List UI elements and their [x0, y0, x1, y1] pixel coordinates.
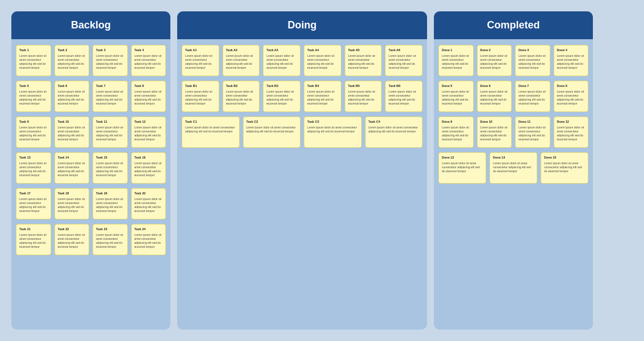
- card-row: Done 5Lorem ipsum dolor sit amet consect…: [438, 81, 588, 112]
- sticky-card[interactable]: Done 10Lorem ipsum dolor sit amet consec…: [477, 117, 512, 148]
- sticky-card[interactable]: Task 22Lorem ipsum dolor sit amet consec…: [55, 224, 90, 255]
- card-text: Lorem ipsum dolor sit amet consectetur a…: [307, 90, 338, 106]
- sticky-card[interactable]: Task C4Lorem ipsum dolor sit amet consec…: [365, 117, 423, 148]
- card-text: Lorem ipsum dolor sit amet consectetur a…: [544, 161, 585, 173]
- card-row: Task 5Lorem ipsum dolor sit amet consect…: [16, 81, 166, 112]
- sticky-card[interactable]: Task 15Lorem ipsum dolor sit amet consec…: [93, 152, 128, 184]
- sticky-card[interactable]: Task A2Lorem ipsum dolor sit amet consec…: [223, 45, 260, 76]
- sticky-card[interactable]: Task B2Lorem ipsum dolor sit amet consec…: [223, 81, 260, 112]
- sticky-card[interactable]: Task 5Lorem ipsum dolor sit amet consect…: [16, 81, 51, 112]
- card-text: Lorem ipsum dolor sit amet consectetur a…: [518, 126, 547, 142]
- sticky-card[interactable]: Done 1Lorem ipsum dolor sit amet consect…: [438, 45, 474, 76]
- card-title: Done 13: [442, 156, 483, 160]
- card-text: Lorem ipsum dolor sit amet consectetur a…: [185, 90, 216, 106]
- card-text: Lorem ipsum dolor sit amet consectetur a…: [58, 161, 86, 177]
- sticky-card[interactable]: Done 3Lorem ipsum dolor sit amet consect…: [515, 45, 550, 76]
- card-text: Lorem ipsum dolor sit amet consectetur a…: [58, 197, 86, 213]
- card-text: Lorem ipsum dolor sit amet consectetur a…: [135, 90, 163, 106]
- card-title: Task 14: [58, 156, 86, 160]
- card-title: Task B2: [226, 84, 257, 89]
- card-text: Lorem ipsum dolor sit amet consectetur a…: [518, 54, 547, 70]
- card-row: Task 21Lorem ipsum dolor sit amet consec…: [16, 224, 166, 255]
- sticky-card[interactable]: Task A4Lorem ipsum dolor sit amet consec…: [304, 45, 341, 76]
- sticky-card[interactable]: Task 3Lorem ipsum dolor sit amet consect…: [93, 45, 128, 76]
- card-title: Task 8: [135, 84, 163, 89]
- sticky-card[interactable]: Task 4Lorem ipsum dolor sit amet consect…: [131, 45, 166, 76]
- card-text: Lorem ipsum dolor sit amet consectetur a…: [480, 54, 509, 70]
- sticky-card[interactable]: Task 13Lorem ipsum dolor sit amet consec…: [16, 152, 51, 184]
- sticky-card[interactable]: Task 21Lorem ipsum dolor sit amet consec…: [16, 224, 51, 255]
- card-text: Lorem ipsum dolor sit amet consectetur a…: [19, 197, 48, 213]
- sticky-card[interactable]: Task B1Lorem ipsum dolor sit amet consec…: [182, 81, 219, 112]
- sticky-card[interactable]: Task 12Lorem ipsum dolor sit amet consec…: [131, 117, 166, 148]
- card-text: Lorem ipsum dolor sit amet consectetur a…: [19, 54, 48, 70]
- sticky-card[interactable]: Done 4Lorem ipsum dolor sit amet consect…: [554, 45, 589, 76]
- card-title: Task B6: [388, 84, 419, 89]
- card-text: Lorem ipsum dolor sit amet consectetur a…: [518, 90, 547, 106]
- sticky-card[interactable]: Task C2Lorem ipsum dolor sit amet consec…: [243, 117, 301, 148]
- sticky-card[interactable]: Done 11Lorem ipsum dolor sit amet consec…: [515, 117, 550, 148]
- card-text: Lorem ipsum dolor sit amet consectetur a…: [19, 90, 48, 106]
- sticky-card[interactable]: Task A1Lorem ipsum dolor sit amet consec…: [182, 45, 219, 76]
- card-text: Lorem ipsum dolor sit amet consectetur a…: [307, 126, 358, 134]
- sticky-card[interactable]: Done 6Lorem ipsum dolor sit amet consect…: [477, 81, 512, 112]
- card-title: Done 3: [518, 48, 547, 53]
- sticky-card[interactable]: Task A3Lorem ipsum dolor sit amet consec…: [263, 45, 300, 76]
- sticky-card[interactable]: Task 16Lorem ipsum dolor sit amet consec…: [131, 152, 166, 184]
- sticky-card[interactable]: Task 20Lorem ipsum dolor sit amet consec…: [131, 188, 166, 219]
- card-row: Done 1Lorem ipsum dolor sit amet consect…: [438, 45, 588, 76]
- sticky-card[interactable]: Done 5Lorem ipsum dolor sit amet consect…: [438, 81, 474, 112]
- card-title: Task 23: [96, 227, 124, 232]
- sticky-card[interactable]: Task 6Lorem ipsum dolor sit amet consect…: [55, 81, 90, 112]
- sticky-card[interactable]: Done 8Lorem ipsum dolor sit amet consect…: [554, 81, 589, 112]
- card-title: Task B1: [185, 84, 216, 89]
- sticky-card[interactable]: Task 11Lorem ipsum dolor sit amet consec…: [93, 117, 128, 148]
- card-title: Done 12: [557, 120, 586, 124]
- sticky-card[interactable]: Task B3Lorem ipsum dolor sit amet consec…: [263, 81, 300, 112]
- card-title: Task 2: [58, 48, 86, 53]
- sticky-card[interactable]: Task A6Lorem ipsum dolor sit amet consec…: [385, 45, 423, 76]
- sticky-card[interactable]: Task 1Lorem ipsum dolor sit amet consect…: [16, 45, 51, 76]
- sticky-card[interactable]: Done 13Lorem ipsum dolor sit amet consec…: [438, 152, 486, 184]
- sticky-card[interactable]: Task 2Lorem ipsum dolor sit amet consect…: [55, 45, 90, 76]
- card-text: Lorem ipsum dolor sit amet consectetur a…: [58, 126, 86, 142]
- column-body-doing: Task A1Lorem ipsum dolor sit amet consec…: [177, 39, 427, 330]
- sticky-card[interactable]: Task 7Lorem ipsum dolor sit amet consect…: [93, 81, 128, 112]
- card-title: Task B5: [348, 84, 379, 89]
- card-text: Lorem ipsum dolor sit amet consectetur a…: [226, 54, 257, 70]
- kanban-board: BacklogTask 1Lorem ipsum dolor sit amet …: [0, 0, 644, 341]
- card-title: Task A2: [226, 48, 257, 53]
- card-text: Lorem ipsum dolor sit amet consectetur a…: [58, 233, 86, 249]
- sticky-card[interactable]: Task 19Lorem ipsum dolor sit amet consec…: [93, 188, 128, 219]
- sticky-card[interactable]: Task C1Lorem ipsum dolor sit amet consec…: [182, 117, 240, 148]
- column-body-backlog: Task 1Lorem ipsum dolor sit amet consect…: [11, 39, 170, 330]
- sticky-card[interactable]: Task 23Lorem ipsum dolor sit amet consec…: [93, 224, 128, 255]
- sticky-card[interactable]: Done 14Lorem ipsum dolor sit amet consec…: [490, 152, 537, 184]
- sticky-card[interactable]: Task 24Lorem ipsum dolor sit amet consec…: [131, 224, 166, 255]
- sticky-card[interactable]: Done 12Lorem ipsum dolor sit amet consec…: [554, 117, 589, 148]
- sticky-card[interactable]: Task 14Lorem ipsum dolor sit amet consec…: [55, 152, 90, 184]
- card-text: Lorem ipsum dolor sit amet consectetur a…: [185, 54, 216, 70]
- column-body-completed: Done 1Lorem ipsum dolor sit amet consect…: [434, 39, 593, 330]
- card-text: Lorem ipsum dolor sit amet consectetur a…: [493, 161, 534, 173]
- sticky-card[interactable]: Done 15Lorem ipsum dolor sit amet consec…: [541, 152, 588, 184]
- sticky-card[interactable]: Task C3Lorem ipsum dolor sit amet consec…: [304, 117, 362, 148]
- card-title: Done 9: [442, 120, 470, 124]
- card-title: Task 17: [19, 192, 48, 196]
- sticky-card[interactable]: Task A5Lorem ipsum dolor sit amet consec…: [345, 45, 382, 76]
- card-text: Lorem ipsum dolor sit amet consectetur a…: [226, 90, 257, 106]
- sticky-card[interactable]: Task B4Lorem ipsum dolor sit amet consec…: [304, 81, 341, 112]
- sticky-card[interactable]: Task 17Lorem ipsum dolor sit amet consec…: [16, 188, 51, 219]
- sticky-card[interactable]: Done 2Lorem ipsum dolor sit amet consect…: [477, 45, 512, 76]
- sticky-card[interactable]: Task B5Lorem ipsum dolor sit amet consec…: [345, 81, 382, 112]
- sticky-card[interactable]: Task 8Lorem ipsum dolor sit amet consect…: [131, 81, 166, 112]
- sticky-card[interactable]: Task B6Lorem ipsum dolor sit amet consec…: [385, 81, 423, 112]
- sticky-card[interactable]: Task 9Lorem ipsum dolor sit amet consect…: [16, 117, 51, 148]
- card-text: Lorem ipsum dolor sit amet consectetur a…: [348, 54, 379, 70]
- sticky-card[interactable]: Task 18Lorem ipsum dolor sit amet consec…: [55, 188, 90, 219]
- sticky-card[interactable]: Task 10Lorem ipsum dolor sit amet consec…: [55, 117, 90, 148]
- sticky-card[interactable]: Done 7Lorem ipsum dolor sit amet consect…: [515, 81, 550, 112]
- sticky-card[interactable]: Done 9Lorem ipsum dolor sit amet consect…: [438, 117, 474, 148]
- card-text: Lorem ipsum dolor sit amet consectetur a…: [307, 54, 338, 70]
- card-text: Lorem ipsum dolor sit amet consectetur a…: [185, 126, 236, 134]
